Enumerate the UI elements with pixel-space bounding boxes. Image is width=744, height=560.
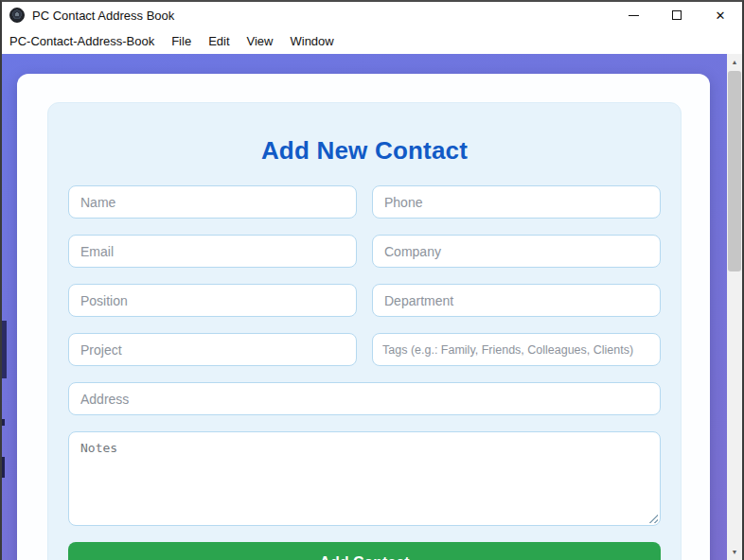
project-field[interactable] bbox=[68, 333, 357, 366]
add-contact-button[interactable]: Add Contact bbox=[68, 542, 661, 560]
screen-artifact bbox=[2, 457, 5, 478]
notes-field-wrapper bbox=[68, 431, 661, 526]
tags-field[interactable] bbox=[372, 333, 661, 366]
form-heading: Add New Contact bbox=[68, 136, 661, 166]
menu-item-view[interactable]: View bbox=[239, 30, 282, 52]
scrollbar-thumb[interactable] bbox=[728, 71, 741, 271]
close-button[interactable]: ✕ bbox=[699, 2, 742, 28]
phone-field[interactable] bbox=[372, 185, 661, 219]
scroll-down-icon: ▼ bbox=[732, 549, 738, 555]
department-field[interactable] bbox=[372, 284, 661, 317]
minimize-icon bbox=[629, 15, 639, 16]
window-title: PC Contact Address Book bbox=[32, 9, 174, 23]
add-contact-form-panel: Add New Contact Add Contact bbox=[47, 102, 682, 560]
address-field[interactable] bbox=[68, 382, 661, 415]
page-background: Add New Contact Add Contact bbox=[2, 54, 727, 560]
scroll-up-button[interactable]: ▲ bbox=[727, 54, 742, 70]
email-field[interactable] bbox=[68, 235, 357, 268]
menu-item-app[interactable]: PC-Contact-Address-Book bbox=[9, 30, 163, 52]
maximize-icon bbox=[672, 10, 682, 20]
add-contact-form: Add Contact bbox=[68, 185, 661, 560]
menu-bar: PC-Contact-Address-Book File Edit View W… bbox=[2, 28, 742, 54]
close-icon: ✕ bbox=[716, 9, 726, 22]
menu-item-window[interactable]: Window bbox=[281, 30, 342, 52]
notes-field[interactable] bbox=[68, 431, 661, 526]
content-card: Add New Contact Add Contact bbox=[17, 74, 710, 560]
maximize-button[interactable] bbox=[655, 2, 699, 28]
app-window: PC Contact Address Book ✕ PC-Contact-Add… bbox=[0, 0, 744, 560]
company-field[interactable] bbox=[372, 235, 661, 268]
screen-artifact bbox=[2, 321, 7, 378]
name-field[interactable] bbox=[68, 185, 357, 219]
screen-artifact bbox=[2, 419, 5, 426]
position-field[interactable] bbox=[68, 284, 357, 317]
scroll-up-icon: ▲ bbox=[732, 59, 738, 65]
vertical-scrollbar[interactable]: ▲ ▼ bbox=[727, 54, 742, 560]
window-controls: ✕ bbox=[611, 2, 742, 28]
title-bar: PC Contact Address Book ✕ bbox=[2, 2, 742, 28]
menu-item-edit[interactable]: Edit bbox=[200, 30, 238, 52]
app-icon bbox=[9, 8, 25, 23]
scroll-down-button[interactable]: ▼ bbox=[727, 544, 742, 560]
minimize-button[interactable] bbox=[611, 2, 655, 28]
menu-item-file[interactable]: File bbox=[163, 30, 200, 52]
